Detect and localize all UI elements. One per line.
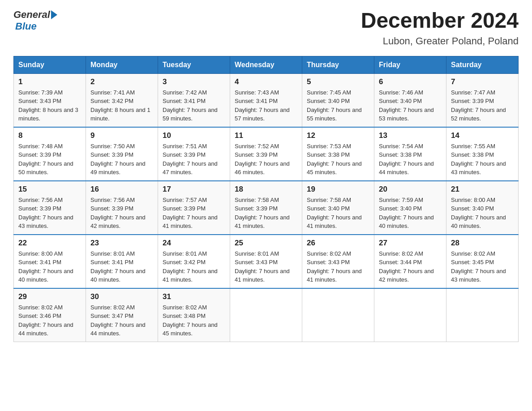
day-header-saturday: Saturday bbox=[446, 56, 519, 73]
calendar-cell: 31Sunrise: 8:02 AMSunset: 3:48 PMDayligh… bbox=[158, 288, 230, 342]
logo-arrow-icon bbox=[51, 10, 57, 19]
calendar-table: SundayMondayTuesdayWednesdayThursdayFrid… bbox=[13, 56, 519, 342]
day-info: Sunrise: 7:51 AMSunset: 3:39 PMDaylight:… bbox=[163, 142, 225, 177]
calendar-cell: 3Sunrise: 7:42 AMSunset: 3:41 PMDaylight… bbox=[158, 73, 230, 127]
day-number: 7 bbox=[451, 77, 514, 86]
day-info: Sunrise: 7:48 AMSunset: 3:39 PMDaylight:… bbox=[18, 142, 81, 177]
calendar-week-row: 1Sunrise: 7:39 AMSunset: 3:43 PMDaylight… bbox=[14, 73, 519, 127]
calendar-cell: 30Sunrise: 8:02 AMSunset: 3:47 PMDayligh… bbox=[86, 288, 158, 342]
day-info: Sunrise: 7:42 AMSunset: 3:41 PMDaylight:… bbox=[163, 88, 225, 123]
title-area: December 2024 Lubon, Greater Poland, Pol… bbox=[361, 9, 519, 47]
calendar-cell: 11Sunrise: 7:52 AMSunset: 3:39 PMDayligh… bbox=[230, 127, 302, 181]
calendar-cell bbox=[446, 288, 519, 342]
logo-blue: Blue bbox=[15, 21, 37, 32]
calendar-cell: 28Sunrise: 8:02 AMSunset: 3:45 PMDayligh… bbox=[446, 235, 519, 288]
calendar-cell: 12Sunrise: 7:53 AMSunset: 3:38 PMDayligh… bbox=[302, 127, 374, 181]
day-info: Sunrise: 7:56 AMSunset: 3:39 PMDaylight:… bbox=[90, 196, 153, 231]
calendar-cell: 20Sunrise: 7:59 AMSunset: 3:40 PMDayligh… bbox=[374, 181, 446, 235]
calendar-cell: 25Sunrise: 8:01 AMSunset: 3:43 PMDayligh… bbox=[230, 235, 302, 288]
day-number: 12 bbox=[307, 131, 369, 140]
day-info: Sunrise: 8:00 AMSunset: 3:41 PMDaylight:… bbox=[18, 249, 81, 284]
day-number: 15 bbox=[18, 185, 81, 194]
day-number: 17 bbox=[163, 185, 225, 194]
day-info: Sunrise: 7:56 AMSunset: 3:39 PMDaylight:… bbox=[18, 196, 81, 231]
day-number: 30 bbox=[90, 292, 153, 301]
day-info: Sunrise: 8:02 AMSunset: 3:46 PMDaylight:… bbox=[18, 303, 81, 338]
day-number: 4 bbox=[235, 77, 297, 86]
day-info: Sunrise: 7:53 AMSunset: 3:38 PMDaylight:… bbox=[307, 142, 369, 177]
day-header-friday: Friday bbox=[374, 56, 446, 73]
day-header-sunday: Sunday bbox=[14, 56, 86, 73]
calendar-cell: 23Sunrise: 8:01 AMSunset: 3:41 PMDayligh… bbox=[86, 235, 158, 288]
calendar-cell: 10Sunrise: 7:51 AMSunset: 3:39 PMDayligh… bbox=[158, 127, 230, 181]
calendar-cell: 6Sunrise: 7:46 AMSunset: 3:40 PMDaylight… bbox=[374, 73, 446, 127]
calendar-cell: 26Sunrise: 8:02 AMSunset: 3:43 PMDayligh… bbox=[302, 235, 374, 288]
calendar-cell: 16Sunrise: 7:56 AMSunset: 3:39 PMDayligh… bbox=[86, 181, 158, 235]
calendar-cell: 27Sunrise: 8:02 AMSunset: 3:44 PMDayligh… bbox=[374, 235, 446, 288]
day-number: 8 bbox=[18, 131, 81, 140]
day-number: 24 bbox=[163, 239, 225, 248]
day-info: Sunrise: 7:50 AMSunset: 3:39 PMDaylight:… bbox=[90, 142, 153, 177]
day-info: Sunrise: 7:41 AMSunset: 3:42 PMDaylight:… bbox=[90, 88, 153, 123]
day-info: Sunrise: 7:39 AMSunset: 3:43 PMDaylight:… bbox=[18, 88, 81, 123]
day-number: 23 bbox=[90, 239, 153, 248]
day-number: 13 bbox=[379, 131, 442, 140]
month-year-title: December 2024 bbox=[361, 9, 519, 33]
calendar-cell: 1Sunrise: 7:39 AMSunset: 3:43 PMDaylight… bbox=[14, 73, 86, 127]
day-info: Sunrise: 7:55 AMSunset: 3:38 PMDaylight:… bbox=[451, 142, 514, 177]
day-info: Sunrise: 7:52 AMSunset: 3:39 PMDaylight:… bbox=[235, 142, 297, 177]
calendar-cell bbox=[302, 288, 374, 342]
day-header-thursday: Thursday bbox=[302, 56, 374, 73]
calendar-cell: 7Sunrise: 7:47 AMSunset: 3:39 PMDaylight… bbox=[446, 73, 519, 127]
calendar-cell: 21Sunrise: 8:00 AMSunset: 3:40 PMDayligh… bbox=[446, 181, 519, 235]
day-number: 18 bbox=[235, 185, 297, 194]
calendar-week-row: 29Sunrise: 8:02 AMSunset: 3:46 PMDayligh… bbox=[14, 288, 519, 342]
day-number: 1 bbox=[18, 77, 81, 86]
calendar-cell: 17Sunrise: 7:57 AMSunset: 3:39 PMDayligh… bbox=[158, 181, 230, 235]
day-number: 19 bbox=[307, 185, 369, 194]
day-number: 14 bbox=[451, 131, 514, 140]
day-number: 25 bbox=[235, 239, 297, 248]
day-number: 11 bbox=[235, 131, 297, 140]
day-number: 5 bbox=[307, 77, 369, 86]
day-info: Sunrise: 8:02 AMSunset: 3:47 PMDaylight:… bbox=[90, 303, 153, 338]
day-info: Sunrise: 8:01 AMSunset: 3:41 PMDaylight:… bbox=[90, 249, 153, 284]
day-info: Sunrise: 7:45 AMSunset: 3:40 PMDaylight:… bbox=[307, 88, 369, 123]
day-number: 6 bbox=[379, 77, 442, 86]
calendar-week-row: 22Sunrise: 8:00 AMSunset: 3:41 PMDayligh… bbox=[14, 235, 519, 288]
calendar-cell bbox=[374, 288, 446, 342]
day-number: 27 bbox=[379, 239, 442, 248]
day-info: Sunrise: 7:57 AMSunset: 3:39 PMDaylight:… bbox=[163, 196, 225, 231]
calendar-cell: 13Sunrise: 7:54 AMSunset: 3:38 PMDayligh… bbox=[374, 127, 446, 181]
day-info: Sunrise: 8:01 AMSunset: 3:42 PMDaylight:… bbox=[163, 249, 225, 284]
day-number: 16 bbox=[90, 185, 153, 194]
logo-general: General bbox=[13, 9, 50, 21]
calendar-cell: 4Sunrise: 7:43 AMSunset: 3:41 PMDaylight… bbox=[230, 73, 302, 127]
calendar-week-row: 15Sunrise: 7:56 AMSunset: 3:39 PMDayligh… bbox=[14, 181, 519, 235]
calendar-cell bbox=[230, 288, 302, 342]
day-number: 20 bbox=[379, 185, 442, 194]
day-number: 31 bbox=[163, 292, 225, 301]
day-number: 26 bbox=[307, 239, 369, 248]
day-number: 28 bbox=[451, 239, 514, 248]
calendar-cell: 8Sunrise: 7:48 AMSunset: 3:39 PMDaylight… bbox=[14, 127, 86, 181]
day-number: 2 bbox=[90, 77, 153, 86]
calendar-cell: 5Sunrise: 7:45 AMSunset: 3:40 PMDaylight… bbox=[302, 73, 374, 127]
calendar-cell: 2Sunrise: 7:41 AMSunset: 3:42 PMDaylight… bbox=[86, 73, 158, 127]
calendar-cell: 18Sunrise: 7:58 AMSunset: 3:39 PMDayligh… bbox=[230, 181, 302, 235]
day-number: 9 bbox=[90, 131, 153, 140]
calendar-cell: 24Sunrise: 8:01 AMSunset: 3:42 PMDayligh… bbox=[158, 235, 230, 288]
calendar-cell: 29Sunrise: 8:02 AMSunset: 3:46 PMDayligh… bbox=[14, 288, 86, 342]
day-header-wednesday: Wednesday bbox=[230, 56, 302, 73]
calendar-cell: 15Sunrise: 7:56 AMSunset: 3:39 PMDayligh… bbox=[14, 181, 86, 235]
day-info: Sunrise: 7:47 AMSunset: 3:39 PMDaylight:… bbox=[451, 88, 514, 123]
day-header-tuesday: Tuesday bbox=[158, 56, 230, 73]
calendar-cell: 14Sunrise: 7:55 AMSunset: 3:38 PMDayligh… bbox=[446, 127, 519, 181]
day-info: Sunrise: 8:02 AMSunset: 3:44 PMDaylight:… bbox=[379, 249, 442, 284]
day-number: 3 bbox=[163, 77, 225, 86]
day-info: Sunrise: 7:58 AMSunset: 3:39 PMDaylight:… bbox=[235, 196, 297, 231]
page-header: General Blue December 2024 Lubon, Greate… bbox=[13, 9, 519, 47]
day-header-monday: Monday bbox=[86, 56, 158, 73]
day-info: Sunrise: 7:43 AMSunset: 3:41 PMDaylight:… bbox=[235, 88, 297, 123]
day-info: Sunrise: 8:01 AMSunset: 3:43 PMDaylight:… bbox=[235, 249, 297, 284]
